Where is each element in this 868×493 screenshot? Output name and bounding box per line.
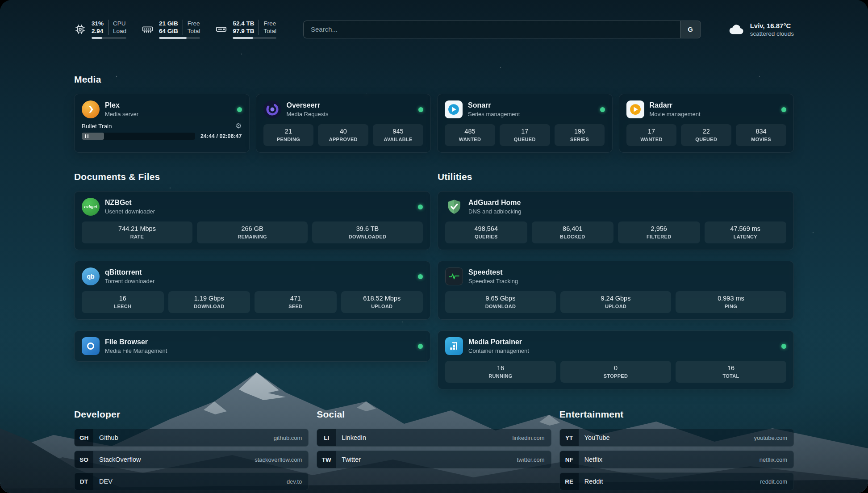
bookmark-linkedin[interactable]: LILinkedInlinkedin.com: [317, 429, 551, 447]
app-name: Media Portainer: [468, 338, 529, 347]
speedtest-card[interactable]: Speedtest Speedtest Tracking 9.65 GbpsDO…: [438, 261, 794, 320]
disk-icon: [215, 23, 227, 35]
qbittorrent-card[interactable]: qb qBittorrent Torrent downloader 16LEEC…: [74, 261, 430, 320]
cloud-icon: [728, 21, 745, 38]
bookmark-youtube[interactable]: YTYouTubeyoutube.com: [559, 429, 794, 447]
app-name: Sonarr: [468, 101, 520, 110]
status-online-dot: [418, 205, 423, 209]
cpu-progress-bar: [92, 37, 126, 39]
bookmark-name: YouTube: [584, 434, 610, 441]
bookmark-name: Twitter: [342, 456, 361, 463]
stat-download: 9.65 GbpsDOWNLOAD: [445, 291, 556, 313]
stat-running: 16RUNNING: [445, 361, 556, 383]
bookmark-reddit[interactable]: RERedditreddit.com: [559, 472, 794, 490]
nzbget-stats: 744.21 MbpsRATE266 GBREMAINING39.6 TBDOW…: [82, 221, 423, 243]
qbittorrent-stats: 16LEECH1.19 GbpsDOWNLOAD471SEED618.52 Mb…: [82, 291, 423, 313]
bookmark-url: linkedin.com: [512, 435, 544, 441]
bookmark-url: github.com: [274, 435, 302, 441]
bookmark-dev[interactable]: DTDEVdev.to: [74, 472, 309, 490]
status-online-dot: [781, 344, 786, 349]
app-name: Speedtest: [468, 268, 518, 277]
filebrowser-card[interactable]: File Browser Media File Management: [74, 330, 430, 362]
stat-stopped: 0STOPPED: [560, 361, 671, 383]
disk-total-label: Total: [259, 27, 276, 35]
stat-remaining: 266 GBREMAINING: [197, 221, 308, 243]
app-name: Radarr: [650, 101, 701, 110]
stat-approved: 40APPROVED: [318, 124, 368, 146]
app-desc: Usenet downloader: [105, 208, 155, 215]
ram-total-value: 64 GiB: [159, 27, 183, 35]
bookmark-abbr-icon: TW: [317, 451, 336, 468]
stat-upload: 618.52 MbpsUPLOAD: [341, 291, 423, 313]
status-online-dot: [781, 107, 786, 112]
stat-queued: 22QUEUED: [681, 124, 731, 146]
stat-available: 945AVAILABLE: [373, 124, 423, 146]
bookmark-url: twitter.com: [517, 456, 545, 463]
section-title-entertainment: Entertainment: [559, 409, 794, 420]
bookmark-netflix[interactable]: NFNetflixnetflix.com: [559, 451, 794, 468]
overseerr-icon: [263, 100, 281, 118]
section-title-media: Media: [74, 74, 794, 85]
sonarr-stats: 485WANTED17QUEUED196SERIES: [445, 124, 605, 146]
ram-free-label: Free: [183, 20, 200, 27]
section-title-documents: Documents & Files: [74, 171, 430, 182]
app-desc: Media File Management: [105, 347, 167, 355]
app-desc: Series management: [468, 110, 520, 118]
nzbget-card[interactable]: nzbget NZBGet Usenet downloader 744.21 M…: [74, 191, 430, 250]
weather-location: Lviv, 16.87°C: [750, 21, 794, 30]
section-title-utilities: Utilities: [438, 171, 794, 182]
qbittorrent-icon: qb: [82, 267, 100, 285]
disk-widget: 52.4 TB Free 97.9 TB Total: [215, 20, 276, 39]
section-documents: Documents & Files nzbget NZBGet Usenet d…: [74, 171, 430, 362]
app-desc: DNS and adblocking: [468, 208, 522, 215]
app-desc: Container management: [468, 347, 529, 355]
stat-queries: 498,564QUERIES: [445, 221, 527, 243]
bookmark-abbr-icon: LI: [317, 429, 336, 446]
portainer-stats: 16RUNNING0STOPPED16TOTAL: [445, 361, 786, 383]
status-online-dot: [600, 107, 605, 112]
search-engine-button[interactable]: G: [680, 21, 701, 38]
stat-downloaded: 39.6 TBDOWNLOADED: [312, 221, 423, 243]
app-desc: Torrent downloader: [105, 277, 154, 285]
app-name: Overseerr: [287, 101, 329, 110]
section-title-social: Social: [317, 409, 551, 420]
ram-free-value: 21 GiB: [159, 20, 183, 27]
portainer-card[interactable]: Media Portainer Container management 16R…: [438, 330, 794, 389]
disk-total-value: 97.9 TB: [233, 27, 259, 35]
pause-icon[interactable]: [85, 134, 88, 138]
stat-rate: 744.21 MbpsRATE: [82, 221, 192, 243]
bookmark-name: Github: [99, 434, 118, 441]
bookmark-name: DEV: [99, 478, 113, 485]
radarr-card[interactable]: Radarr Movie management 17WANTED22QUEUED…: [619, 94, 794, 153]
bookmark-abbr-icon: DT: [75, 473, 93, 490]
bookmark-github[interactable]: GHGithubgithub.com: [74, 429, 309, 447]
cpu-icon: [74, 23, 86, 35]
bookmark-url: reddit.com: [760, 478, 787, 485]
topbar-divider: [74, 48, 794, 48]
app-name: Plex: [105, 101, 138, 110]
cpu-load-label: Load: [108, 27, 126, 35]
stat-total: 16TOTAL: [676, 361, 786, 383]
search-input[interactable]: [304, 25, 680, 33]
app-desc: Movie management: [650, 110, 701, 118]
ram-icon: [142, 23, 154, 35]
nzbget-icon: nzbget: [82, 198, 100, 216]
plex-card[interactable]: Plex Media server Bullet Train ⚙: [74, 94, 250, 153]
status-online-dot: [418, 344, 423, 349]
sonarr-card[interactable]: Sonarr Series management 485WANTED17QUEU…: [437, 94, 613, 153]
playback-time: 24:44 / 02:06:47: [200, 133, 242, 139]
stat-series: 196SERIES: [555, 124, 605, 146]
ram-progress-bar: [159, 37, 200, 39]
overseerr-card[interactable]: Overseerr Media Requests 21PENDING40APPR…: [256, 94, 431, 153]
weather-widget: Lviv, 16.87°C scattered clouds: [728, 21, 794, 38]
disk-progress-bar: [233, 37, 276, 39]
adguard-card[interactable]: AdGuard Home DNS and adblocking 498,564Q…: [438, 191, 794, 250]
speedtest-stats: 9.65 GbpsDOWNLOAD9.24 GbpsUPLOAD0.993 ms…: [445, 291, 786, 313]
bookmark-stackoverflow[interactable]: SOStackOverflowstackoverflow.com: [74, 451, 309, 468]
settings-gear-icon[interactable]: ⚙: [235, 122, 242, 130]
playback-progress-bar[interactable]: [82, 133, 195, 140]
stat-filtered: 2,956FILTERED: [618, 221, 700, 243]
bookmark-twitter[interactable]: TWTwittertwitter.com: [317, 451, 551, 468]
bookmark-group-social: Social LILinkedInlinkedin.comTWTwittertw…: [317, 409, 551, 472]
bookmark-name: StackOverflow: [99, 456, 141, 463]
